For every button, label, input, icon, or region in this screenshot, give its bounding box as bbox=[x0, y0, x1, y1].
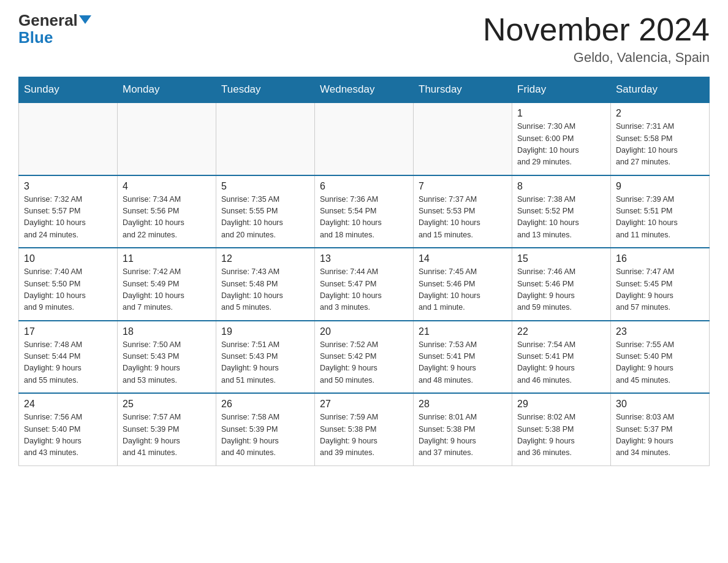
day-number: 28 bbox=[419, 399, 507, 410]
logo-line1: General bbox=[18, 12, 91, 28]
day-number: 4 bbox=[123, 181, 211, 192]
day-number: 8 bbox=[517, 181, 605, 192]
day-number: 29 bbox=[517, 399, 605, 410]
day-info: Sunrise: 7:59 AMSunset: 5:38 PMDaylight:… bbox=[320, 412, 408, 459]
day-number: 25 bbox=[123, 399, 211, 410]
calendar-header-sunday: Sunday bbox=[19, 77, 118, 103]
day-info: Sunrise: 7:39 AMSunset: 5:51 PMDaylight:… bbox=[616, 194, 704, 242]
day-number: 26 bbox=[221, 399, 309, 410]
calendar-cell: 14Sunrise: 7:45 AMSunset: 5:46 PMDayligh… bbox=[414, 248, 512, 321]
day-info: Sunrise: 7:46 AMSunset: 5:46 PMDaylight:… bbox=[517, 266, 605, 314]
calendar-cell: 18Sunrise: 7:50 AMSunset: 5:43 PMDayligh… bbox=[118, 321, 216, 394]
day-number: 11 bbox=[123, 253, 211, 264]
day-number: 3 bbox=[24, 181, 112, 192]
day-number: 9 bbox=[616, 181, 704, 192]
day-info: Sunrise: 7:50 AMSunset: 5:43 PMDaylight:… bbox=[123, 339, 211, 387]
day-number: 15 bbox=[517, 253, 605, 264]
calendar-cell: 17Sunrise: 7:48 AMSunset: 5:44 PMDayligh… bbox=[19, 321, 118, 394]
calendar-cell: 2Sunrise: 7:31 AMSunset: 5:58 PMDaylight… bbox=[611, 102, 710, 175]
day-number: 14 bbox=[419, 253, 507, 264]
day-number: 22 bbox=[517, 326, 605, 337]
calendar-cell: 29Sunrise: 8:02 AMSunset: 5:38 PMDayligh… bbox=[512, 393, 611, 465]
day-number: 7 bbox=[419, 181, 507, 192]
week-row-1: 1Sunrise: 7:30 AMSunset: 6:00 PMDaylight… bbox=[19, 102, 710, 175]
day-info: Sunrise: 7:52 AMSunset: 5:42 PMDaylight:… bbox=[320, 339, 408, 387]
logo-line2: Blue bbox=[18, 29, 53, 45]
calendar-cell: 12Sunrise: 7:43 AMSunset: 5:48 PMDayligh… bbox=[216, 248, 315, 321]
day-info: Sunrise: 7:45 AMSunset: 5:46 PMDaylight:… bbox=[419, 266, 507, 314]
day-info: Sunrise: 7:36 AMSunset: 5:54 PMDaylight:… bbox=[320, 194, 408, 242]
day-info: Sunrise: 7:57 AMSunset: 5:39 PMDaylight:… bbox=[123, 412, 211, 459]
day-info: Sunrise: 7:53 AMSunset: 5:41 PMDaylight:… bbox=[419, 339, 507, 387]
logo-triangle-icon bbox=[79, 15, 91, 24]
calendar-cell: 30Sunrise: 8:03 AMSunset: 5:37 PMDayligh… bbox=[611, 393, 710, 465]
calendar-cell: 22Sunrise: 7:54 AMSunset: 5:41 PMDayligh… bbox=[512, 321, 611, 394]
calendar-cell: 21Sunrise: 7:53 AMSunset: 5:41 PMDayligh… bbox=[414, 321, 512, 394]
day-info: Sunrise: 7:56 AMSunset: 5:40 PMDaylight:… bbox=[24, 412, 112, 459]
calendar-cell: 11Sunrise: 7:42 AMSunset: 5:49 PMDayligh… bbox=[118, 248, 216, 321]
calendar-cell: 13Sunrise: 7:44 AMSunset: 5:47 PMDayligh… bbox=[315, 248, 414, 321]
calendar-table: SundayMondayTuesdayWednesdayThursdayFrid… bbox=[18, 77, 710, 466]
week-row-4: 17Sunrise: 7:48 AMSunset: 5:44 PMDayligh… bbox=[19, 321, 710, 394]
day-info: Sunrise: 7:37 AMSunset: 5:53 PMDaylight:… bbox=[419, 194, 507, 242]
day-info: Sunrise: 8:03 AMSunset: 5:37 PMDaylight:… bbox=[616, 412, 704, 459]
day-number: 19 bbox=[221, 326, 309, 337]
calendar-cell: 27Sunrise: 7:59 AMSunset: 5:38 PMDayligh… bbox=[315, 393, 414, 465]
day-number: 18 bbox=[123, 326, 211, 337]
day-info: Sunrise: 7:31 AMSunset: 5:58 PMDaylight:… bbox=[616, 121, 704, 169]
calendar-cell: 23Sunrise: 7:55 AMSunset: 5:40 PMDayligh… bbox=[611, 321, 710, 394]
day-info: Sunrise: 7:30 AMSunset: 6:00 PMDaylight:… bbox=[517, 121, 605, 169]
day-info: Sunrise: 7:58 AMSunset: 5:39 PMDaylight:… bbox=[221, 412, 309, 459]
calendar-cell bbox=[315, 102, 414, 175]
calendar-cell bbox=[216, 102, 315, 175]
day-number: 2 bbox=[616, 108, 704, 119]
calendar-cell: 25Sunrise: 7:57 AMSunset: 5:39 PMDayligh… bbox=[118, 393, 216, 465]
day-info: Sunrise: 7:32 AMSunset: 5:57 PMDaylight:… bbox=[24, 194, 112, 242]
calendar-header-row: SundayMondayTuesdayWednesdayThursdayFrid… bbox=[19, 77, 710, 103]
calendar-cell: 6Sunrise: 7:36 AMSunset: 5:54 PMDaylight… bbox=[315, 175, 414, 248]
day-info: Sunrise: 8:01 AMSunset: 5:38 PMDaylight:… bbox=[419, 412, 507, 459]
day-number: 27 bbox=[320, 399, 408, 410]
calendar-header-monday: Monday bbox=[118, 77, 216, 103]
day-number: 13 bbox=[320, 253, 408, 264]
calendar-cell: 3Sunrise: 7:32 AMSunset: 5:57 PMDaylight… bbox=[19, 175, 118, 248]
day-info: Sunrise: 7:42 AMSunset: 5:49 PMDaylight:… bbox=[123, 266, 211, 314]
day-info: Sunrise: 7:34 AMSunset: 5:56 PMDaylight:… bbox=[123, 194, 211, 242]
day-info: Sunrise: 8:02 AMSunset: 5:38 PMDaylight:… bbox=[517, 412, 605, 459]
day-number: 10 bbox=[24, 253, 112, 264]
calendar-cell: 28Sunrise: 8:01 AMSunset: 5:38 PMDayligh… bbox=[414, 393, 512, 465]
day-info: Sunrise: 7:40 AMSunset: 5:50 PMDaylight:… bbox=[24, 266, 112, 314]
calendar-cell: 24Sunrise: 7:56 AMSunset: 5:40 PMDayligh… bbox=[19, 393, 118, 465]
day-number: 1 bbox=[517, 108, 605, 119]
day-number: 30 bbox=[616, 399, 704, 410]
day-info: Sunrise: 7:47 AMSunset: 5:45 PMDaylight:… bbox=[616, 266, 704, 314]
week-row-3: 10Sunrise: 7:40 AMSunset: 5:50 PMDayligh… bbox=[19, 248, 710, 321]
day-number: 12 bbox=[221, 253, 309, 264]
calendar-header-wednesday: Wednesday bbox=[315, 77, 414, 103]
calendar-header-thursday: Thursday bbox=[414, 77, 512, 103]
calendar-cell bbox=[118, 102, 216, 175]
day-info: Sunrise: 7:54 AMSunset: 5:41 PMDaylight:… bbox=[517, 339, 605, 387]
day-number: 23 bbox=[616, 326, 704, 337]
calendar-cell: 7Sunrise: 7:37 AMSunset: 5:53 PMDaylight… bbox=[414, 175, 512, 248]
day-info: Sunrise: 7:38 AMSunset: 5:52 PMDaylight:… bbox=[517, 194, 605, 242]
calendar-cell: 5Sunrise: 7:35 AMSunset: 5:55 PMDaylight… bbox=[216, 175, 315, 248]
calendar-cell bbox=[414, 102, 512, 175]
day-number: 5 bbox=[221, 181, 309, 192]
page-header: General Blue November 2024 Geldo, Valenc… bbox=[18, 12, 710, 66]
day-info: Sunrise: 7:55 AMSunset: 5:40 PMDaylight:… bbox=[616, 339, 704, 387]
calendar-title: November 2024 bbox=[483, 12, 710, 47]
week-row-5: 24Sunrise: 7:56 AMSunset: 5:40 PMDayligh… bbox=[19, 393, 710, 465]
day-number: 21 bbox=[419, 326, 507, 337]
day-info: Sunrise: 7:48 AMSunset: 5:44 PMDaylight:… bbox=[24, 339, 112, 387]
day-info: Sunrise: 7:51 AMSunset: 5:43 PMDaylight:… bbox=[221, 339, 309, 387]
calendar-cell: 19Sunrise: 7:51 AMSunset: 5:43 PMDayligh… bbox=[216, 321, 315, 394]
calendar-cell: 15Sunrise: 7:46 AMSunset: 5:46 PMDayligh… bbox=[512, 248, 611, 321]
day-info: Sunrise: 7:43 AMSunset: 5:48 PMDaylight:… bbox=[221, 266, 309, 314]
title-block: November 2024 Geldo, Valencia, Spain bbox=[483, 12, 710, 66]
calendar-header-friday: Friday bbox=[512, 77, 611, 103]
calendar-cell: 10Sunrise: 7:40 AMSunset: 5:50 PMDayligh… bbox=[19, 248, 118, 321]
day-number: 6 bbox=[320, 181, 408, 192]
day-info: Sunrise: 7:44 AMSunset: 5:47 PMDaylight:… bbox=[320, 266, 408, 314]
calendar-cell: 9Sunrise: 7:39 AMSunset: 5:51 PMDaylight… bbox=[611, 175, 710, 248]
